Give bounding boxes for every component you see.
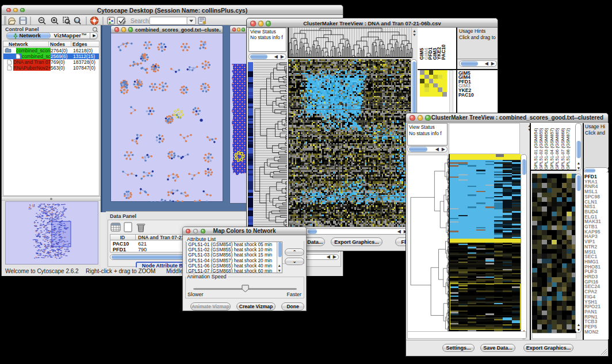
svg-text:Search:: Search: (131, 18, 150, 24)
svg-text:1:1: 1:1 (75, 19, 79, 22)
